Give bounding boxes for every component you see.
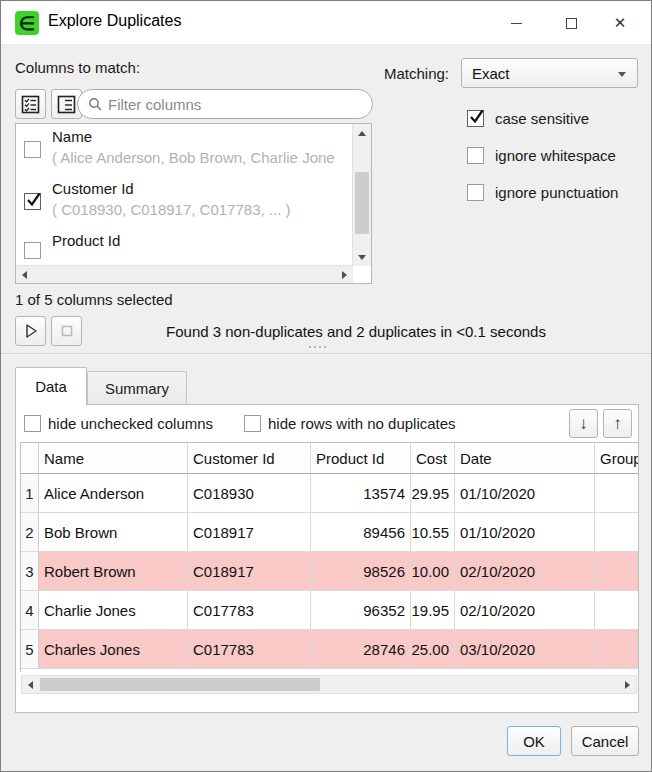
column-item-product-id[interactable]: Product Id [16, 228, 353, 266]
play-icon [22, 322, 40, 340]
table-row[interactable]: 4 Charlie Jones C017783 96352 19.95 02/1… [21, 591, 638, 630]
column-label: Name [52, 128, 92, 145]
hide-unchecked-columns-label: hide unchecked columns [48, 415, 213, 432]
table-row[interactable]: 1 Alice Anderson C018930 13574 29.95 01/… [21, 474, 638, 513]
option-label: ignore punctuation [495, 184, 618, 201]
cell-name: Charles Jones [39, 630, 188, 669]
cell-group [595, 513, 638, 552]
close-button[interactable]: ✕ [595, 1, 645, 45]
title-bar: ∈ Explore Duplicates ✕ [1, 1, 651, 45]
previous-duplicate-button[interactable]: ↑ [603, 409, 632, 438]
scroll-right-button[interactable] [619, 676, 636, 693]
cell-name: Bob Brown [39, 513, 188, 552]
maximize-button[interactable] [546, 1, 596, 45]
check-all-columns-button[interactable] [15, 89, 46, 119]
chevron-down-icon [618, 72, 626, 77]
table-row-duplicate[interactable]: 5 Charles Jones C017783 28746 25.00 03/1… [21, 630, 638, 669]
cancel-button[interactable]: Cancel [571, 726, 639, 756]
cell-customer-id: C017783 [188, 591, 311, 630]
minimize-icon [511, 23, 522, 24]
hide-rows-no-duplicates-checkbox[interactable] [244, 415, 261, 432]
scroll-up-button[interactable] [353, 124, 371, 142]
cell-date: 02/10/2020 [455, 552, 595, 591]
close-icon: ✕ [614, 14, 627, 32]
header-cost[interactable]: Cost [411, 443, 455, 474]
header-product-id[interactable]: Product Id [311, 443, 411, 474]
matching-label: Matching: [384, 65, 449, 82]
ignore-punctuation-checkbox[interactable] [467, 184, 484, 201]
cell-customer-id: C017783 [188, 630, 311, 669]
corner-header-cell[interactable] [21, 443, 39, 474]
result-status: Found 3 non-duplicates and 2 duplicates … [91, 316, 621, 346]
cell-cost: 10.55 [411, 513, 455, 552]
cell-customer-id: C018930 [188, 474, 311, 513]
cell-date: 01/10/2020 [455, 474, 595, 513]
matching-dropdown[interactable]: Exact [461, 58, 638, 88]
option-label: ignore whitespace [495, 147, 616, 164]
cell-date: 03/10/2020 [455, 630, 595, 669]
splitter-handle[interactable] [309, 346, 326, 348]
checkmark-icon [467, 107, 486, 126]
maximize-icon [566, 18, 577, 29]
cell-customer-id: C018917 [188, 552, 311, 591]
scroll-thumb[interactable] [40, 678, 320, 691]
case-sensitive-checkbox[interactable] [467, 110, 484, 127]
columns-list-viewport: Name ( Alice Anderson, Bob Brown, Charli… [16, 124, 353, 266]
cell-group [595, 474, 638, 513]
table-row[interactable]: 2 Bob Brown C018917 89456 10.55 01/10/20… [21, 513, 638, 552]
matching-value: Exact [472, 65, 510, 82]
cell-name: Robert Brown [39, 552, 188, 591]
header-group[interactable]: Group [595, 443, 638, 474]
scroll-down-button[interactable] [353, 248, 371, 266]
cell-group [595, 591, 638, 630]
header-name[interactable]: Name [39, 443, 188, 474]
table-horizontal-scrollbar[interactable] [21, 675, 637, 694]
table-header-row: Name Customer Id Product Id Cost Date Gr… [21, 443, 638, 474]
minimize-button[interactable] [491, 1, 541, 45]
row-number[interactable]: 2 [21, 513, 39, 552]
plain-list-icon [57, 95, 76, 114]
columns-list-vertical-scrollbar[interactable] [352, 124, 371, 266]
results-table: Name Customer Id Product Id Cost Date Gr… [20, 442, 638, 672]
scroll-left-button[interactable] [22, 676, 39, 693]
cell-date: 01/10/2020 [455, 513, 595, 552]
filter-columns-input[interactable] [102, 96, 372, 113]
run-button[interactable] [15, 316, 46, 346]
filter-columns-field [77, 89, 373, 119]
row-number[interactable]: 3 [21, 552, 39, 591]
column-label: Customer Id [52, 180, 134, 197]
ok-button[interactable]: OK [507, 726, 561, 756]
scroll-left-button[interactable] [16, 266, 33, 283]
case-sensitive-option: case sensitive [467, 110, 589, 127]
scroll-right-button[interactable] [336, 266, 353, 283]
data-tab-pane: hide unchecked columns hide rows with no… [15, 404, 639, 713]
table-row-duplicate[interactable]: 3 Robert Brown C018917 98526 10.00 02/10… [21, 552, 638, 591]
row-number[interactable]: 5 [21, 630, 39, 669]
cell-name: Alice Anderson [39, 474, 188, 513]
columns-list-horizontal-scrollbar[interactable] [16, 265, 353, 283]
tab-data[interactable]: Data [15, 367, 87, 405]
hide-unchecked-columns-checkbox[interactable] [24, 415, 41, 432]
column-checkbox-name[interactable] [24, 141, 41, 158]
column-checkbox-product-id[interactable] [24, 242, 41, 259]
ignore-whitespace-checkbox[interactable] [467, 147, 484, 164]
cell-product-id: 89456 [311, 513, 411, 552]
cell-product-id: 28746 [311, 630, 411, 669]
header-date[interactable]: Date [455, 443, 595, 474]
checked-list-icon [21, 95, 40, 114]
arrow-down-icon: ↓ [579, 414, 588, 434]
ignore-punctuation-option: ignore punctuation [467, 184, 618, 201]
scroll-thumb[interactable] [355, 172, 369, 234]
next-duplicate-button[interactable]: ↓ [569, 409, 598, 438]
header-customer-id[interactable]: Customer Id [188, 443, 311, 474]
row-number[interactable]: 4 [21, 591, 39, 630]
column-sample-values: ( C018930, C018917, C017783, ... ) [52, 201, 291, 218]
column-item-name[interactable]: Name ( Alice Anderson, Bob Brown, Charli… [16, 124, 353, 176]
row-number[interactable]: 1 [21, 474, 39, 513]
stop-button[interactable] [51, 316, 82, 346]
hide-rows-no-duplicates-label: hide rows with no duplicates [268, 415, 456, 432]
app-logo-icon: ∈ [15, 11, 39, 35]
column-item-customer-id[interactable]: Customer Id ( C018930, C018917, C017783,… [16, 176, 353, 228]
column-checkbox-customer-id[interactable] [24, 193, 41, 210]
tab-summary[interactable]: Summary [87, 371, 187, 405]
